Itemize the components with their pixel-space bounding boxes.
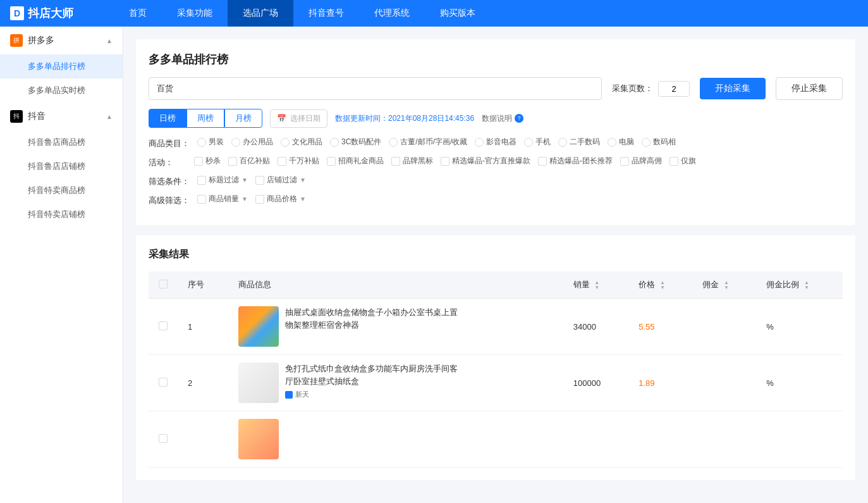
filter-act-flagship[interactable]: 仅旗 [669,156,696,166]
radio-second-digital[interactable] [558,138,567,147]
filter-adv-sales[interactable]: 商品销量 ▼ [197,194,248,204]
filter-act-flash[interactable]: 秒杀 [194,156,221,166]
tab-monthly[interactable]: 月榜 [224,109,262,128]
th-sales[interactable]: 销量 ▲▼ [563,271,629,299]
nav-agent[interactable]: 代理系统 [359,0,425,27]
cb-merchant[interactable] [327,157,336,166]
sidebar-group-tiktok[interactable]: 抖 抖音 ▲ [0,102,123,130]
data-desc[interactable]: 数据说明 ? [482,113,523,124]
nav-query[interactable]: 抖音查号 [293,0,359,27]
filter-price-chevron[interactable]: ▼ [300,196,306,202]
radio-antique[interactable] [389,138,398,147]
radio-men[interactable] [197,138,206,147]
filter-act-merchant[interactable]: 招商礼金商品 [327,156,384,166]
cb-shop-filter[interactable] [255,176,264,185]
filter-act-hot-official[interactable]: 精选爆品-官方直推爆款 [441,156,530,166]
date-picker[interactable]: 📅 选择日期 [270,109,327,128]
sidebar-item-pinduoduo-realtime[interactable]: 多多单品实时榜 [0,78,123,102]
filter-category-second-digital[interactable]: 二手数码 [558,137,600,147]
filter-shop-chevron[interactable]: ▼ [300,177,306,183]
filter-category-office[interactable]: 办公用品 [231,137,273,147]
cb-hot-team[interactable] [538,157,547,166]
filter-condition-label: 筛选条件： [149,175,190,187]
row2-product-info: 免打孔式纸巾盒收纳盒多功能车内厨房洗手间客厅卧室挂壁式抽纸盒 新天 [285,363,462,401]
filter-cond-title[interactable]: 标题过滤 ▼ [197,175,248,185]
filter-category-computer[interactable]: 电脑 [608,137,634,147]
filter-category-culture[interactable]: 文化用品 [281,137,322,147]
nav-select[interactable]: 选品广场 [228,0,293,27]
filter-adv-price[interactable]: 商品价格 ▼ [255,194,306,204]
tab-daily[interactable]: 日榜 [149,109,186,128]
search-row: 百货 采集页数： 开始采集 停止采集 [149,77,843,100]
nav-collect[interactable]: 采集功能 [162,0,228,27]
filter-act-10m[interactable]: 千万补贴 [278,156,319,166]
page-count-input[interactable] [658,81,690,97]
radio-av[interactable] [475,138,484,147]
radio-culture[interactable] [281,138,290,147]
row1-checkbox[interactable] [159,321,168,330]
cb-brand[interactable] [391,157,400,166]
filter-cond-shop[interactable]: 店铺过滤 ▼ [255,175,306,185]
table-wrapper: 序号 商品信息 销量 ▲▼ 价格 ▲▼ 佣金 [149,271,843,468]
nav-home[interactable]: 首页 [114,0,162,27]
filter-category-phone[interactable]: 手机 [524,137,551,147]
row3-checkbox[interactable] [159,434,168,443]
row1-product-name: 抽屉式桌面收纳盒储物盒子小箱办公室书桌上置物架整理柜宿舍神器 [285,306,462,331]
th-commission[interactable]: 佣金 ▲▼ [692,271,756,299]
filter-act-brand-high[interactable]: 品牌高佣 [620,156,662,166]
filter-title-chevron[interactable]: ▼ [241,177,248,183]
row1-checkbox-cell [149,299,178,355]
sidebar-item-tiktok-special-product[interactable]: 抖音特卖商品榜 [0,178,123,202]
filter-category-men[interactable]: 男装 [197,137,224,147]
cb-100b[interactable] [228,157,237,166]
table-row: 2 免打孔式纸巾盒收纳盒多功能车内厨房洗手间客厅卧室挂壁式抽纸盒 新天 [149,355,843,411]
filter-sales-chevron[interactable]: ▼ [241,196,248,202]
filter-act-100b[interactable]: 百亿补贴 [228,156,270,166]
shop-dot-icon [285,391,293,399]
cb-brand-high[interactable] [620,157,629,166]
row1-sales: 34000 [563,299,629,355]
radio-camera[interactable] [642,138,651,147]
select-all-checkbox[interactable] [159,280,168,289]
row1-product-info: 抽屉式桌面收纳盒储物盒子小箱办公室书桌上置物架整理柜宿舍神器 [285,306,462,331]
cb-price[interactable] [255,195,264,204]
table-row [149,411,843,468]
radio-3c[interactable] [330,138,339,147]
row2-checkbox-cell [149,355,178,411]
row2-product: 免打孔式纸巾盒收纳盒多功能车内厨房洗手间客厅卧室挂壁式抽纸盒 新天 [228,355,563,411]
sidebar-item-tiktok-special-shop[interactable]: 抖音特卖店铺榜 [0,202,123,227]
search-input[interactable]: 百货 [149,77,602,100]
cb-flagship[interactable] [669,157,678,166]
cb-hot-official[interactable] [441,157,449,166]
tab-group: 日榜 周榜 月榜 [149,109,262,128]
row3-commission-rate [756,411,843,468]
nav-purchase[interactable]: 购买版本 [425,0,491,27]
filter-category-antique[interactable]: 古董/邮币/字画/收藏 [389,137,467,147]
cb-sales[interactable] [197,195,206,204]
start-collect-button[interactable]: 开始采集 [700,78,766,99]
sidebar-group-pinduoduo[interactable]: 拼 拼多多 ▲ [0,27,123,54]
sidebar-item-pinduoduo-ranking[interactable]: 多多单品排行榜 [0,54,123,78]
radio-computer[interactable] [608,138,616,147]
filter-category-3c[interactable]: 3C数码配件 [330,137,381,147]
radio-office[interactable] [231,138,240,147]
th-price[interactable]: 价格 ▲▼ [628,271,692,299]
filter-act-hot-team[interactable]: 精选爆品-团长推荐 [538,156,613,166]
cb-flash[interactable] [194,157,203,166]
filter-category-camera[interactable]: 数码相 [642,137,676,147]
tiktok-icon: 抖 [10,110,23,123]
nav-items: 首页 采集功能 选品广场 抖音查号 代理系统 购买版本 [114,0,491,27]
sidebar-item-tiktok-shop-ranking[interactable]: 抖音鲁店店铺榜 [0,154,123,178]
row2-checkbox[interactable] [159,378,168,387]
radio-phone[interactable] [524,138,533,147]
tab-weekly[interactable]: 周榜 [186,109,224,128]
filter-card: 多多单品排行榜 百货 采集页数： 开始采集 停止采集 日榜 周榜 月榜 [136,39,855,225]
cb-10m[interactable] [278,157,286,166]
stop-collect-button[interactable]: 停止采集 [776,77,843,100]
main-layout: 拼 拼多多 ▲ 多多单品排行榜 多多单品实时榜 抖 抖音 ▲ 抖音鲁店商品榜 抖… [0,27,868,503]
cb-title-filter[interactable] [197,176,206,185]
filter-act-brand[interactable]: 品牌黑标 [391,156,433,166]
sidebar-item-tiktok-product-ranking[interactable]: 抖音鲁店商品榜 [0,130,123,154]
filter-category-av[interactable]: 影音电器 [475,137,517,147]
th-commission-rate[interactable]: 佣金比例 ▲▼ [756,271,843,299]
